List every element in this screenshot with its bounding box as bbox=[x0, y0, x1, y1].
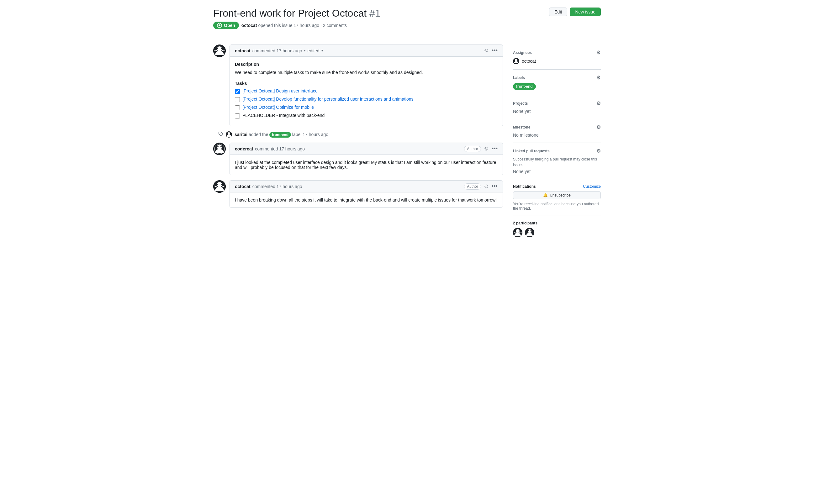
labels-gear-icon[interactable]: ⚙ bbox=[596, 75, 601, 81]
issue-author-name: octocat bbox=[241, 23, 257, 28]
issue-title: Front-end work for Project Octocat #1 bbox=[213, 8, 381, 19]
comment-header-right-3: Author ☺ ••• bbox=[464, 183, 498, 190]
label-icon bbox=[218, 131, 223, 138]
notification-desc: You're receiving notifications because y… bbox=[513, 202, 601, 211]
svg-point-1 bbox=[218, 24, 220, 26]
comment-header-right-1: ☺ ••• bbox=[484, 47, 498, 54]
projects-title: Projects bbox=[513, 101, 528, 106]
comment-wrapper-3: octocat commented 17 hours ago Author ☺ … bbox=[213, 180, 503, 208]
comment-body-1: Description We need to complete multiple… bbox=[230, 57, 503, 126]
edited-badge[interactable]: edited ▼ bbox=[307, 48, 323, 53]
edit-button[interactable]: Edit bbox=[549, 8, 567, 16]
svg-point-18 bbox=[515, 59, 517, 61]
task-link-1[interactable]: [Project Octocat] Design user interface bbox=[242, 88, 318, 93]
sidebar-assignees-header: Assignees ⚙ bbox=[513, 50, 601, 55]
labels-title: Labels bbox=[513, 76, 525, 80]
linked-pr-title: Linked pull requests bbox=[513, 149, 550, 153]
linked-pr-value: None yet bbox=[513, 169, 531, 174]
emoji-button-3[interactable]: ☺ bbox=[484, 183, 489, 190]
sidebar-labels: Labels ⚙ front-end bbox=[513, 70, 601, 95]
more-options-button-1[interactable]: ••• bbox=[492, 47, 498, 54]
comment-author-1: octocat bbox=[235, 48, 250, 53]
timeline-user: saritai bbox=[234, 132, 247, 137]
svg-point-11 bbox=[217, 146, 218, 147]
open-circle-icon bbox=[217, 23, 222, 28]
content-layout: octocat commented 17 hours ago • edited … bbox=[213, 45, 601, 242]
header-divider bbox=[213, 37, 601, 37]
author-badge-3: Author bbox=[464, 183, 481, 190]
more-options-button-2[interactable]: ••• bbox=[492, 145, 498, 152]
task-item-4: PLACEHOLDER - Integrate with back-end bbox=[235, 113, 498, 118]
timeline-text: saritai added the front-end label 17 hou… bbox=[234, 132, 328, 137]
comment-meta-1: commented 17 hours ago bbox=[252, 48, 302, 53]
comment-body-2: I just looked at the completed user inte… bbox=[230, 155, 503, 175]
comment-wrapper-1: octocat commented 17 hours ago • edited … bbox=[213, 45, 503, 126]
emoji-button-2[interactable]: ☺ bbox=[484, 145, 489, 152]
description-text: We need to complete multiple tasks to ma… bbox=[235, 69, 498, 76]
task-checkbox-1[interactable] bbox=[235, 89, 240, 94]
timeline-avatar-saritai bbox=[226, 131, 232, 138]
task-checkbox-2[interactable] bbox=[235, 97, 240, 102]
edited-text: edited bbox=[307, 48, 319, 53]
customize-button[interactable]: Customize bbox=[583, 184, 601, 189]
svg-point-24 bbox=[531, 230, 532, 231]
task-item-2: [Project Octocat] Develop functionality … bbox=[235, 97, 498, 102]
sidebar-assignee-item: octocat bbox=[513, 58, 601, 64]
milestone-gear-icon[interactable]: ⚙ bbox=[596, 124, 601, 130]
task-link-3[interactable]: [Project Octocat] Optimize for mobile bbox=[242, 105, 314, 110]
task-link-2[interactable]: [Project Octocat] Develop functionality … bbox=[242, 97, 414, 102]
assignee-name: octocat bbox=[522, 59, 536, 64]
comment-header-left-1: octocat commented 17 hours ago • edited … bbox=[235, 48, 324, 53]
avatar-octocat-1 bbox=[213, 45, 226, 57]
more-options-button-3[interactable]: ••• bbox=[492, 183, 498, 190]
sidebar-milestone: Milestone ⚙ No milestone bbox=[513, 119, 601, 143]
comment-meta-2: commented 17 hours ago bbox=[255, 146, 305, 151]
participant-avatar-1 bbox=[513, 228, 523, 237]
status-label: Open bbox=[224, 23, 235, 28]
task-list: [Project Octocat] Design user interface … bbox=[235, 88, 498, 118]
main-content: octocat commented 17 hours ago • edited … bbox=[213, 45, 503, 242]
task-checkbox-3[interactable] bbox=[235, 105, 240, 110]
comment-wrapper-2: codercat commented 17 hours ago Author ☺… bbox=[213, 143, 503, 175]
issue-number: #1 bbox=[369, 8, 381, 19]
assignees-gear-icon[interactable]: ⚙ bbox=[596, 50, 601, 55]
task-plain-4: PLACEHOLDER - Integrate with back-end bbox=[242, 113, 324, 118]
sidebar-projects-header: Projects ⚙ bbox=[513, 100, 601, 106]
header-buttons: Edit New issue bbox=[549, 8, 601, 16]
participant-avatar-2 bbox=[525, 228, 534, 237]
chevron-down-icon: ▼ bbox=[321, 49, 324, 52]
tasks-heading: Tasks bbox=[235, 81, 498, 86]
comment-author-3: octocat bbox=[235, 184, 250, 189]
comment-header-3: octocat commented 17 hours ago Author ☺ … bbox=[230, 181, 503, 192]
comment-box-3: octocat commented 17 hours ago Author ☺ … bbox=[229, 180, 503, 208]
task-checkbox-4[interactable] bbox=[235, 113, 240, 118]
avatar-octocat-3 bbox=[213, 180, 226, 193]
participants-list bbox=[513, 228, 601, 237]
projects-gear-icon[interactable]: ⚙ bbox=[596, 100, 601, 106]
notifications-header: Notifications Customize bbox=[513, 184, 601, 189]
linked-pr-desc: Successfully merging a pull request may … bbox=[513, 156, 601, 168]
svg-point-16 bbox=[221, 184, 222, 185]
comment-body-3: I have been breaking down all the steps … bbox=[230, 192, 503, 207]
sidebar-assignees: Assignees ⚙ octocat bbox=[513, 45, 601, 70]
projects-value: None yet bbox=[513, 109, 531, 114]
bullet-1: • bbox=[304, 48, 306, 53]
milestone-title: Milestone bbox=[513, 125, 530, 129]
comment-author-2: codercat bbox=[235, 146, 253, 151]
sidebar-notifications: Notifications Customize 🔔 Unsubscribe Yo… bbox=[513, 179, 601, 216]
new-issue-button[interactable]: New issue bbox=[570, 8, 601, 16]
emoji-button-1[interactable]: ☺ bbox=[484, 47, 489, 54]
issue-meta: Open octocat opened this issue 17 hours … bbox=[213, 22, 601, 29]
svg-point-7 bbox=[228, 132, 230, 135]
comment-header-left-2: codercat commented 17 hours ago bbox=[235, 146, 305, 151]
comment-header-right-2: Author ☺ ••• bbox=[464, 145, 498, 152]
svg-point-4 bbox=[217, 48, 218, 49]
task-item-1: [Project Octocat] Design user interface bbox=[235, 88, 498, 94]
comment-header-left-3: octocat commented 17 hours ago bbox=[235, 184, 302, 189]
comment-header-1: octocat commented 17 hours ago • edited … bbox=[230, 45, 503, 57]
sidebar-labels-header: Labels ⚙ bbox=[513, 75, 601, 81]
avatar-codercat bbox=[213, 143, 226, 155]
linked-pr-gear-icon[interactable]: ⚙ bbox=[596, 148, 601, 154]
unsubscribe-button[interactable]: 🔔 Unsubscribe bbox=[513, 191, 601, 199]
svg-point-15 bbox=[217, 184, 218, 185]
